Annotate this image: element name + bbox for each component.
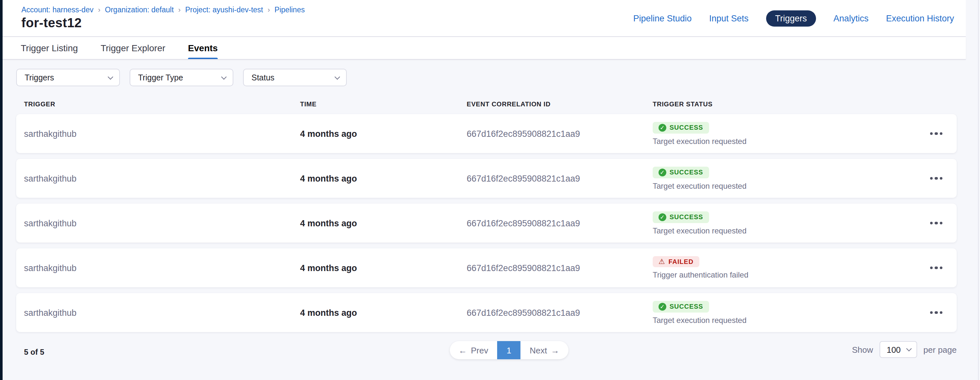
breadcrumb: Account: harness-dev › Organization: def… bbox=[21, 6, 305, 14]
status-badge: ⚠ FAILED bbox=[653, 256, 699, 267]
row-actions bbox=[907, 128, 946, 139]
event-correlation-id: 667d16f2ec895908821c1aa9 bbox=[467, 218, 653, 228]
event-row[interactable]: sarthakgithub 4 months ago 667d16f2ec895… bbox=[16, 114, 957, 153]
trigger-status-cell: ⚠ FAILED Trigger authentication failed bbox=[653, 256, 907, 279]
status-filter-label: Status bbox=[251, 73, 275, 82]
chevron-down-icon bbox=[906, 346, 912, 351]
chevron-down-icon bbox=[334, 74, 340, 80]
event-correlation-id: 667d16f2ec895908821c1aa9 bbox=[467, 129, 653, 139]
tab-bar: Trigger Listing Trigger Explorer Events bbox=[3, 37, 966, 60]
status-message: Trigger authentication failed bbox=[653, 270, 748, 279]
row-actions bbox=[907, 173, 946, 184]
row-actions bbox=[907, 218, 946, 228]
trigger-status-cell: ✓ SUCCESS Target execution requested bbox=[653, 121, 907, 145]
trigger-name: sarthakgithub bbox=[24, 218, 300, 228]
chevron-down-icon bbox=[108, 74, 113, 80]
row-more-menu-button[interactable] bbox=[926, 307, 946, 318]
row-more-menu-button[interactable] bbox=[926, 263, 946, 273]
page-title: for-test12 bbox=[21, 16, 82, 30]
nav-triggers[interactable]: Triggers bbox=[766, 10, 816, 27]
breadcrumb-project[interactable]: Project: ayushi-dev-test bbox=[185, 6, 263, 14]
app-viewport: Account: harness-dev › Organization: def… bbox=[0, 0, 980, 380]
per-page-label: per page bbox=[923, 345, 957, 354]
arrow-left-icon: ← bbox=[458, 345, 467, 355]
check-circle-icon: ✓ bbox=[659, 123, 666, 131]
pagination-bar: 5 of 5 ← Prev 1 Next → Show 100 bbox=[16, 338, 957, 368]
column-header-trigger-status: Trigger Status bbox=[653, 101, 907, 108]
page-number-button[interactable]: 1 bbox=[497, 341, 520, 359]
breadcrumb-organization[interactable]: Organization: default bbox=[105, 6, 174, 14]
main-area: Account: harness-dev › Organization: def… bbox=[3, 0, 980, 380]
column-header-time: Time bbox=[300, 101, 467, 108]
event-row[interactable]: sarthakgithub 4 months ago 667d16f2ec895… bbox=[16, 293, 957, 332]
chevron-right-icon: › bbox=[98, 6, 100, 14]
trigger-type-filter-dropdown[interactable]: Trigger Type bbox=[130, 69, 233, 86]
next-page-button[interactable]: Next → bbox=[520, 341, 568, 359]
events-table-body: sarthakgithub 4 months ago 667d16f2ec895… bbox=[16, 114, 957, 332]
trigger-status-cell: ✓ SUCCESS Target execution requested bbox=[653, 166, 907, 190]
trigger-type-filter-label: Trigger Type bbox=[138, 73, 183, 82]
tab-events[interactable]: Events bbox=[188, 37, 218, 59]
row-more-menu-button[interactable] bbox=[926, 218, 946, 228]
pipeline-nav: Pipeline Studio Input Sets Triggers Anal… bbox=[633, 0, 954, 37]
trigger-name: sarthakgithub bbox=[24, 308, 300, 318]
ellipsis-icon bbox=[930, 267, 933, 270]
event-time: 4 months ago bbox=[300, 218, 467, 228]
warning-triangle-icon: ⚠ bbox=[659, 258, 665, 265]
page-size-value: 100 bbox=[887, 345, 900, 354]
event-row[interactable]: sarthakgithub 4 months ago 667d16f2ec895… bbox=[16, 204, 957, 243]
trigger-name: sarthakgithub bbox=[24, 174, 300, 183]
status-badge: ✓ SUCCESS bbox=[653, 121, 709, 133]
chevron-right-icon: › bbox=[178, 6, 180, 14]
trigger-status-cell: ✓ SUCCESS Target execution requested bbox=[653, 211, 907, 235]
ellipsis-icon bbox=[930, 311, 933, 314]
ellipsis-icon bbox=[930, 177, 933, 180]
prev-page-button[interactable]: ← Prev bbox=[450, 341, 497, 359]
triggers-filter-label: Triggers bbox=[25, 73, 54, 82]
sidebar-edge bbox=[0, 0, 3, 380]
nav-input-sets[interactable]: Input Sets bbox=[709, 14, 749, 23]
pager: ← Prev 1 Next → bbox=[450, 341, 568, 359]
ellipsis-icon bbox=[930, 222, 933, 225]
event-row[interactable]: sarthakgithub 4 months ago 667d16f2ec895… bbox=[16, 159, 957, 198]
event-time: 4 months ago bbox=[300, 263, 467, 273]
events-content: Triggers Trigger Type Status Trigger Tim… bbox=[3, 60, 980, 368]
next-label: Next bbox=[530, 345, 547, 355]
breadcrumb-account[interactable]: Account: harness-dev bbox=[21, 6, 93, 14]
page-size-dropdown[interactable]: 100 bbox=[880, 341, 917, 358]
column-header-trigger: Trigger bbox=[24, 101, 300, 108]
check-circle-icon: ✓ bbox=[659, 302, 666, 310]
event-correlation-id: 667d16f2ec895908821c1aa9 bbox=[467, 263, 653, 273]
nav-analytics[interactable]: Analytics bbox=[834, 14, 869, 23]
ellipsis-icon bbox=[930, 132, 933, 135]
status-message: Target execution requested bbox=[653, 316, 747, 324]
event-row[interactable]: sarthakgithub 4 months ago 667d16f2ec895… bbox=[16, 248, 957, 287]
row-actions bbox=[907, 307, 946, 318]
filters-row: Triggers Trigger Type Status bbox=[16, 69, 980, 86]
event-time: 4 months ago bbox=[300, 308, 467, 318]
nav-execution-history[interactable]: Execution History bbox=[886, 14, 954, 23]
chevron-right-icon: › bbox=[268, 6, 270, 14]
event-time: 4 months ago bbox=[300, 174, 467, 183]
row-actions bbox=[907, 263, 946, 273]
chevron-down-icon bbox=[221, 74, 226, 80]
row-more-menu-button[interactable] bbox=[926, 128, 946, 139]
status-badge: ✓ SUCCESS bbox=[653, 166, 709, 178]
nav-pipeline-studio[interactable]: Pipeline Studio bbox=[633, 14, 692, 23]
arrow-right-icon: → bbox=[551, 345, 559, 355]
column-header-event-correlation-id: Event Correlation ID bbox=[467, 101, 653, 108]
prev-label: Prev bbox=[471, 345, 488, 355]
check-circle-icon: ✓ bbox=[659, 213, 666, 221]
status-badge: ✓ SUCCESS bbox=[653, 300, 709, 312]
row-more-menu-button[interactable] bbox=[926, 173, 946, 184]
page-size-control: Show 100 per page bbox=[852, 341, 957, 358]
tab-trigger-explorer[interactable]: Trigger Explorer bbox=[100, 37, 165, 59]
event-correlation-id: 667d16f2ec895908821c1aa9 bbox=[467, 174, 653, 183]
status-filter-dropdown[interactable]: Status bbox=[243, 69, 347, 86]
event-time: 4 months ago bbox=[300, 129, 467, 139]
triggers-filter-dropdown[interactable]: Triggers bbox=[16, 69, 120, 86]
event-correlation-id: 667d16f2ec895908821c1aa9 bbox=[467, 308, 653, 318]
status-message: Target execution requested bbox=[653, 136, 747, 145]
tab-trigger-listing[interactable]: Trigger Listing bbox=[21, 37, 78, 59]
breadcrumb-pipelines[interactable]: Pipelines bbox=[275, 6, 305, 14]
